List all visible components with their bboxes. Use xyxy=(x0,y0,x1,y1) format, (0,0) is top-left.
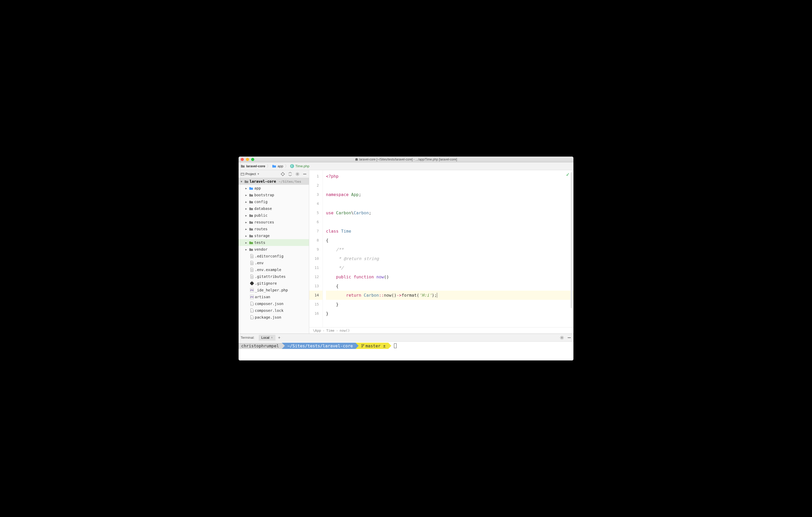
tree-file[interactable]: .editorconfig xyxy=(239,253,309,260)
folder-icon xyxy=(249,234,253,238)
tree-file[interactable]: php artisan xyxy=(239,294,309,300)
tree-folder-tests[interactable]: ▶ tests xyxy=(239,239,309,246)
chevron-down-icon: ▼ xyxy=(257,173,260,175)
gitignore-icon xyxy=(250,281,254,285)
svg-point-15 xyxy=(361,344,362,345)
chevron-down-icon[interactable]: ▼ xyxy=(241,180,243,183)
terminal-label: Terminal: xyxy=(241,336,255,339)
php-file-icon: php xyxy=(250,288,254,292)
folder-icon xyxy=(249,214,253,217)
json-file-icon: { } xyxy=(250,315,254,320)
folder-icon xyxy=(249,221,253,224)
tree-file[interactable]: .gitattributes xyxy=(239,273,309,280)
svg-point-16 xyxy=(363,344,364,345)
prompt-separator-icon xyxy=(388,343,392,349)
chevron-right-icon[interactable]: ▶ xyxy=(245,227,248,231)
tree-folder-vendor[interactable]: ▶ vendor xyxy=(239,246,309,253)
maximize-button[interactable] xyxy=(251,158,254,161)
file-icon xyxy=(250,274,254,279)
terminal-body[interactable]: christophrumpel ~/Sites/tests/laravel-co… xyxy=(239,342,573,360)
class-icon: C xyxy=(290,164,294,168)
prompt-separator-icon xyxy=(355,343,359,349)
tree-file[interactable]: .gitignore xyxy=(239,280,309,287)
svg-text:{ }: { } xyxy=(251,317,254,318)
code-content[interactable]: <?php namespace App; use Carbon\Carbon; … xyxy=(323,170,573,327)
locate-icon[interactable] xyxy=(281,172,285,176)
breadcrumb-project[interactable]: laravel-core xyxy=(241,164,265,168)
close-button[interactable] xyxy=(241,158,244,161)
titlebar: laravel-core [~/Sites/tests/laravel-core… xyxy=(239,157,573,162)
svg-text:{ }: { } xyxy=(251,310,254,312)
traffic-lights xyxy=(241,158,254,161)
json-file-icon: { } xyxy=(250,302,254,306)
folder-icon xyxy=(249,248,253,251)
chevron-right-icon[interactable]: ▶ xyxy=(245,214,248,217)
chevron-right-icon[interactable]: ▶ xyxy=(245,207,248,210)
tree-folder-routes[interactable]: ▶ routes xyxy=(239,225,309,232)
code-editor[interactable]: 1 2 3 4 5 6 7 8 9 10 11 12 13 14 15 16 xyxy=(309,170,573,327)
php-file-icon: php xyxy=(250,295,254,299)
folder-icon xyxy=(244,180,249,183)
minimize-panel-icon[interactable] xyxy=(303,172,307,176)
add-terminal-button[interactable]: + xyxy=(278,335,281,340)
chevron-right-icon: 〉 xyxy=(267,164,270,169)
svg-rect-0 xyxy=(241,173,244,175)
prompt-separator-icon xyxy=(282,343,285,349)
folder-icon xyxy=(249,227,253,231)
chevron-right-icon[interactable]: ▶ xyxy=(245,194,248,196)
folder-icon xyxy=(249,187,253,190)
navigation-breadcrumb: laravel-core 〉 app 〉 C Time.php xyxy=(239,162,573,170)
gear-icon[interactable] xyxy=(560,336,564,340)
tree-root[interactable]: ▼ laravel-core ~/Sites/tes xyxy=(239,178,309,185)
tree-folder-resources[interactable]: ▶ resources xyxy=(239,219,309,225)
chevron-right-icon[interactable]: ▶ xyxy=(245,221,248,224)
project-icon xyxy=(241,172,244,176)
inspection-ok-icon[interactable]: ✓ xyxy=(566,172,570,178)
project-selector[interactable]: Project ▼ xyxy=(241,172,260,176)
tree-folder-database[interactable]: ▶ database xyxy=(239,205,309,212)
chevron-right-icon[interactable]: ▶ xyxy=(245,187,248,190)
minimize-panel-icon[interactable] xyxy=(567,336,571,340)
prompt-user: christophrumpel xyxy=(239,343,282,349)
file-icon xyxy=(250,268,254,272)
folder-icon xyxy=(249,241,253,244)
chevron-right-icon[interactable]: ▶ xyxy=(245,248,248,251)
chevron-right-icon[interactable]: ▶ xyxy=(245,201,248,203)
chevron-right-icon[interactable]: ▶ xyxy=(245,235,248,237)
minimize-button[interactable] xyxy=(246,158,249,161)
chevron-right-icon[interactable]: ▶ xyxy=(245,241,248,244)
tree-file[interactable]: .env.example xyxy=(239,266,309,273)
svg-point-13 xyxy=(561,337,563,338)
tree-file[interactable]: { } composer.lock xyxy=(239,307,309,314)
tree-folder-config[interactable]: ▶ config xyxy=(239,199,309,205)
folder-icon xyxy=(249,207,253,210)
expand-collapse-icon[interactable] xyxy=(288,172,292,176)
tree-file[interactable]: .env xyxy=(239,260,309,266)
breadcrumb-folder-app[interactable]: app xyxy=(272,164,283,168)
prompt-path: ~/Sites/tests/laravel-core xyxy=(285,343,355,349)
folder-icon xyxy=(249,200,253,204)
svg-rect-9 xyxy=(250,281,254,285)
tree-file[interactable]: php _ide_helper.php xyxy=(239,287,309,294)
folder-icon xyxy=(249,193,253,197)
code-breadcrumb[interactable]: \App › Time › now() xyxy=(309,327,573,334)
sidebar-header: Project ▼ xyxy=(239,170,309,178)
project-tree[interactable]: ▼ laravel-core ~/Sites/tes ▶ app ▶ boots… xyxy=(239,178,309,334)
terminal-tab-local[interactable]: Local × xyxy=(259,335,276,341)
terminal-panel: Terminal: Local × + christophrumpel ~/Si… xyxy=(239,334,573,360)
tree-folder-bootstrap[interactable]: ▶ bootstrap xyxy=(239,191,309,199)
tree-folder-storage[interactable]: ▶ storage xyxy=(239,232,309,239)
scrollbar[interactable] xyxy=(571,172,573,308)
tree-file[interactable]: { } package.json xyxy=(239,314,309,321)
breadcrumb-file[interactable]: C Time.php xyxy=(290,164,310,168)
tree-file[interactable]: { } composer.json xyxy=(239,300,309,307)
svg-point-2 xyxy=(282,173,284,175)
terminal-tabs: Terminal: Local × + xyxy=(239,334,573,342)
svg-point-17 xyxy=(361,346,362,347)
tree-folder-app[interactable]: ▶ app xyxy=(239,185,309,191)
gear-icon[interactable] xyxy=(295,172,299,176)
tree-folder-public[interactable]: ▶ public xyxy=(239,212,309,219)
chevron-right-icon: 〉 xyxy=(285,164,289,169)
svg-text:{ }: { } xyxy=(251,303,254,305)
close-tab-icon[interactable]: × xyxy=(271,336,273,339)
